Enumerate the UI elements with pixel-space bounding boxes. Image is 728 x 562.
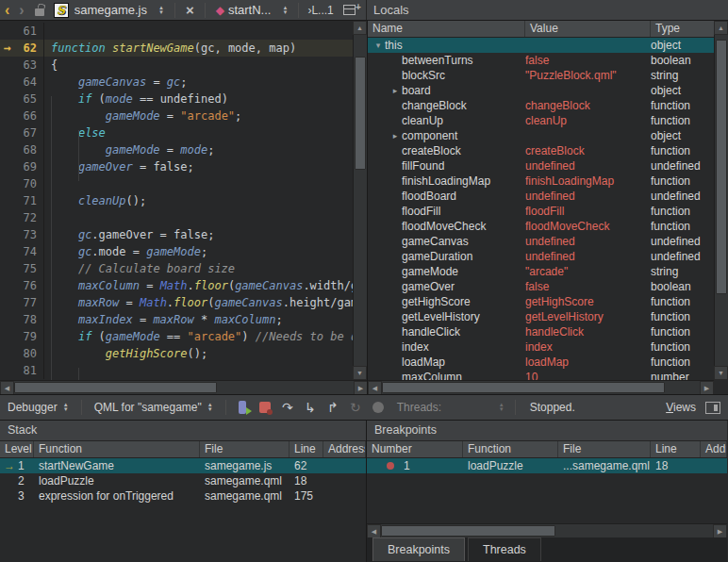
locals-row[interactable]: floodFillfloodFillfunction	[368, 204, 714, 219]
continue-debugger-button[interactable]	[232, 399, 253, 416]
stop-debugger-button[interactable]	[255, 399, 275, 416]
column-header[interactable]: Function	[34, 441, 200, 457]
threads-select[interactable]: Threads: ▲▼	[389, 401, 510, 414]
record-button[interactable]	[368, 399, 389, 416]
locals-horizontal-scrollbar[interactable]: ◀ ▶	[368, 380, 714, 394]
scroll-left-icon[interactable]: ◀	[0, 381, 14, 394]
line-number[interactable]: 80	[15, 345, 43, 362]
locals-row[interactable]: changeBlockchangeBlockfunction	[368, 98, 714, 113]
locals-row[interactable]: ▾thisobject	[368, 38, 714, 53]
stack-frame-row[interactable]: 2loadPuzzlesamegame.qml18	[0, 473, 366, 488]
line-number[interactable]: 76	[15, 277, 43, 294]
back-icon[interactable]: ‹	[0, 1, 14, 20]
line-number[interactable]: 68	[15, 141, 43, 158]
code-line[interactable]: 81	[0, 362, 354, 379]
locals-row[interactable]: ▸boardobject	[368, 83, 714, 98]
code-line[interactable]: 75 // Calculate board size	[0, 260, 354, 277]
locals-row[interactable]: cleanUpcleanUpfunction	[368, 113, 714, 128]
line-number[interactable]: 77	[15, 294, 43, 311]
code-line[interactable]: 71 cleanUp();	[0, 192, 354, 209]
scroll-right-icon[interactable]: ▶	[354, 381, 368, 394]
code-line[interactable]: 80 getHighScore();	[0, 345, 354, 362]
debugger-perspective-select[interactable]: Debugger ▲▼	[0, 401, 76, 414]
stack-frame-row[interactable]: →1startNewGamesamegame.js62	[0, 458, 366, 473]
line-number[interactable]: 71	[15, 192, 43, 209]
column-header[interactable]: Function	[463, 441, 558, 457]
code-line[interactable]: 64 gameCanvas = gc;	[0, 74, 354, 91]
scroll-up-icon[interactable]: ▲	[714, 21, 728, 35]
locals-row[interactable]: gameMode"arcade"string	[368, 264, 714, 279]
locals-row[interactable]: ▸componentobject	[368, 128, 714, 143]
code-line[interactable]: 63{	[0, 57, 354, 74]
expander-icon[interactable]: ▸	[389, 128, 402, 143]
scroll-down-icon[interactable]: ▼	[714, 366, 728, 380]
tab-breakpoints[interactable]: Breakpoints	[372, 537, 465, 561]
code-line[interactable]: 67 else	[0, 124, 354, 141]
column-header[interactable]: Value	[525, 21, 651, 37]
breakpoints-header[interactable]: NumberFunctionFileLineAddress	[367, 441, 727, 458]
line-number[interactable]: 79	[15, 328, 43, 345]
open-file-selector[interactable]: samegame.js	[74, 3, 147, 17]
expander-icon[interactable]: ▾	[372, 38, 385, 53]
code-editor[interactable]: 61→62function startNewGame(gc, mode, map…	[0, 21, 368, 394]
line-number[interactable]: 62	[15, 40, 43, 57]
file-selector-spinner-icon[interactable]: ▲▼	[158, 6, 164, 15]
scroll-left-icon[interactable]: ◀	[367, 524, 381, 538]
locals-row[interactable]: getHighScoregetHighScorefunction	[368, 294, 714, 309]
step-over-button[interactable]: ↷	[277, 399, 298, 416]
close-document-icon[interactable]: ×	[180, 2, 200, 18]
code-line[interactable]: 76 maxColumn = Math.floor(gameCanvas.wid…	[0, 277, 354, 294]
stack-frame-row[interactable]: 3expression for onTriggeredsamegame.qml1…	[0, 488, 366, 504]
line-number[interactable]: 67	[15, 124, 43, 141]
editor-horizontal-scrollbar[interactable]: ◀ ▶	[0, 380, 368, 394]
breakpoints-horizontal-scrollbar[interactable]: ◀ ▶	[367, 523, 727, 537]
scrollbar-thumb[interactable]	[716, 40, 727, 294]
column-header[interactable]: Address	[701, 441, 727, 457]
scrollbar-thumb[interactable]	[382, 382, 665, 393]
code-line[interactable]: →62function startNewGame(gc, mode, map)	[0, 40, 354, 57]
column-header[interactable]: Name	[368, 21, 525, 37]
code-line[interactable]: 70	[0, 175, 354, 192]
locals-vertical-scrollbar[interactable]: ▲ ▼	[714, 21, 728, 380]
locals-row[interactable]: indexindexfunction	[368, 339, 714, 355]
locals-row[interactable]: gameDurationundefinedundefined	[368, 249, 714, 264]
column-header[interactable]: Line	[651, 441, 701, 457]
line-column-indicator[interactable]: ›L...1	[307, 4, 333, 17]
line-number[interactable]: 63	[15, 57, 43, 74]
locals-row[interactable]: getLevelHistorygetLevelHistoryfunction	[368, 309, 714, 324]
line-number[interactable]: 78	[15, 311, 43, 328]
scrollbar-thumb[interactable]	[381, 525, 555, 537]
code-line[interactable]: 69 gameOver = false;	[0, 158, 354, 175]
code-line[interactable]: 73 gc.gameOver = false;	[0, 226, 354, 243]
line-number[interactable]: 65	[15, 91, 43, 107]
expander-icon[interactable]: ▸	[389, 83, 402, 98]
locals-header[interactable]: NameValueType	[368, 21, 728, 38]
line-number[interactable]: 69	[15, 158, 43, 175]
restart-button[interactable]: ↻	[345, 399, 366, 416]
column-header[interactable]: Address	[323, 441, 366, 457]
locals-row[interactable]: createBlockcreateBlockfunction	[368, 143, 714, 158]
symbol-selector-spinner-icon[interactable]: ▲▼	[282, 6, 288, 15]
scroll-right-icon[interactable]: ▶	[700, 381, 714, 394]
column-header[interactable]: Number	[367, 441, 463, 457]
editor-vertical-scrollbar[interactable]: ▲ ▼	[353, 21, 367, 380]
column-header[interactable]: File	[200, 441, 290, 457]
line-number[interactable]: 73	[15, 226, 43, 243]
locals-row[interactable]: finishLoadingMapfinishLoadingMapfunction	[368, 174, 714, 189]
views-menu[interactable]: Views	[666, 401, 728, 414]
locals-row[interactable]: betweenTurnsfalseboolean	[368, 53, 714, 68]
scroll-right-icon[interactable]: ▶	[713, 524, 727, 538]
code-line[interactable]: 77 maxRow = Math.floor(gameCanvas.height…	[0, 294, 354, 311]
line-number[interactable]: 81	[15, 362, 43, 379]
symbol-selector[interactable]: startN...	[228, 3, 272, 17]
locals-row[interactable]: gameCanvasundefinedundefined	[368, 234, 714, 249]
code-line[interactable]: 72	[0, 209, 354, 226]
code-line[interactable]: 66 gameMode = "arcade";	[0, 107, 354, 124]
line-number[interactable]: 74	[15, 243, 43, 260]
column-header[interactable]: Line	[290, 441, 323, 457]
locals-row[interactable]: loadMaploadMapfunction	[368, 355, 714, 370]
split-editor-icon[interactable]	[343, 5, 356, 15]
locals-row[interactable]: floodBoardundefinedundefined	[368, 189, 714, 204]
scrollbar-thumb[interactable]	[355, 57, 366, 170]
breakpoint-row[interactable]: 1loadPuzzle...samegame.qml18	[367, 458, 727, 473]
